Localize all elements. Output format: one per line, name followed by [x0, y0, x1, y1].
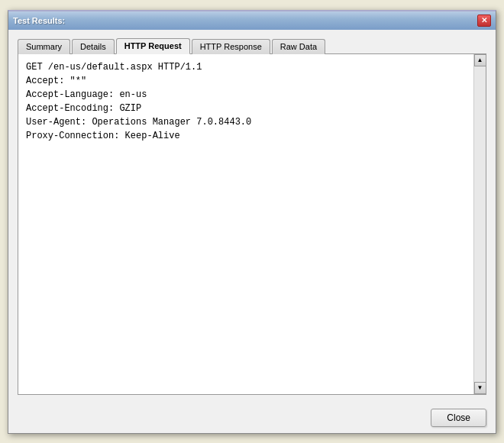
scrollbar: ▲ ▼: [473, 54, 486, 394]
test-results-dialog: Test Results: ✕ Summary Details HTTP Req…: [8, 10, 496, 434]
dialog-body: Summary Details HTTP Request HTTP Respon…: [8, 30, 496, 403]
tab-http-request[interactable]: HTTP Request: [116, 38, 190, 54]
tab-http-response[interactable]: HTTP Response: [192, 39, 270, 54]
dialog-footer: Close: [8, 403, 496, 433]
scrollbar-track[interactable]: [474, 66, 486, 382]
title-bar-close-button[interactable]: ✕: [477, 15, 491, 27]
dialog-title: Test Results:: [13, 16, 65, 25]
close-button[interactable]: Close: [431, 409, 486, 427]
tab-bar: Summary Details HTTP Request HTTP Respon…: [18, 37, 486, 54]
http-request-text: GET /en-us/default.aspx HTTP/1.1 Accept:…: [26, 60, 466, 143]
tab-raw-data[interactable]: Raw Data: [272, 39, 325, 54]
http-request-content[interactable]: GET /en-us/default.aspx HTTP/1.1 Accept:…: [18, 54, 473, 394]
scroll-up-button[interactable]: ▲: [474, 54, 486, 66]
tab-details[interactable]: Details: [72, 39, 115, 54]
content-area: GET /en-us/default.aspx HTTP/1.1 Accept:…: [18, 54, 486, 395]
scroll-down-button[interactable]: ▼: [474, 382, 486, 394]
title-bar: Test Results: ✕: [8, 11, 496, 30]
tab-summary[interactable]: Summary: [18, 39, 70, 54]
